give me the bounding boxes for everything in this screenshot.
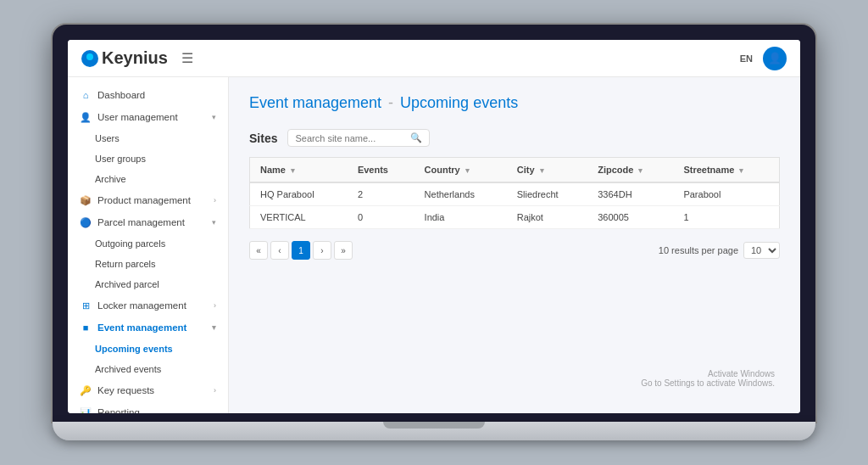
sidebar-item-label: Product management bbox=[97, 195, 191, 205]
key-icon: 🔑 bbox=[80, 384, 92, 396]
sort-arrow-country: ▾ bbox=[465, 166, 470, 175]
cell-zipcode: 3364DH bbox=[587, 182, 673, 206]
sidebar-item-label: User groups bbox=[95, 154, 146, 164]
col-country[interactable]: Country ▾ bbox=[415, 158, 507, 183]
table-body: HQ Parabool2NetherlandsSliedrecht3364DHP… bbox=[250, 182, 780, 229]
sidebar-item-archived-events[interactable]: Archived events bbox=[68, 359, 228, 379]
chevron-right-icon: › bbox=[214, 386, 216, 395]
col-zipcode[interactable]: Zipcode ▾ bbox=[587, 158, 673, 183]
sidebar-item-archive[interactable]: Archive bbox=[68, 169, 228, 189]
sidebar-item-label: Key requests bbox=[97, 385, 154, 395]
cell-name: VERTICAL bbox=[250, 206, 348, 229]
results-per-page-label: 10 results per page bbox=[659, 245, 738, 255]
activate-windows-watermark: Activate Windows Go to Settings to activ… bbox=[641, 369, 775, 388]
sites-header: Sites 🔍 bbox=[249, 129, 780, 147]
search-input[interactable] bbox=[295, 133, 405, 143]
sidebar-item-event-management[interactable]: ■ Event management ▾ bbox=[68, 317, 228, 339]
home-icon: ⌂ bbox=[80, 89, 92, 101]
sidebar-item-label: Outgoing parcels bbox=[95, 238, 165, 249]
pagination-first[interactable]: « bbox=[249, 241, 268, 260]
chevron-down-icon: ▾ bbox=[212, 113, 216, 121]
sidebar-item-upcoming-events[interactable]: Upcoming events bbox=[68, 339, 228, 359]
pagination-next[interactable]: › bbox=[313, 241, 331, 260]
sidebar-item-label: Archived parcel bbox=[95, 279, 159, 289]
col-events: Events bbox=[348, 158, 415, 183]
sidebar-item-parcel-management[interactable]: 🔵 Parcel management ▾ bbox=[68, 211, 228, 233]
table-header: Name ▾ Events Country ▾ City ▾ Zipcode ▾… bbox=[250, 158, 780, 183]
cell-city: Rajkot bbox=[507, 206, 588, 229]
hamburger-button[interactable]: ☰ bbox=[181, 50, 193, 66]
language-badge[interactable]: EN bbox=[740, 53, 753, 64]
cell-city: Sliedrecht bbox=[507, 182, 588, 206]
sort-arrow-streetname: ▾ bbox=[739, 166, 743, 175]
chevron-right-icon: › bbox=[214, 301, 216, 310]
sidebar-item-product-management[interactable]: 📦 Product management › bbox=[68, 189, 228, 211]
sidebar-item-label: Locker management bbox=[97, 300, 186, 311]
sidebar-item-key-requests[interactable]: 🔑 Key requests › bbox=[68, 379, 228, 401]
activate-windows-line1: Activate Windows bbox=[641, 369, 775, 378]
sites-table: Name ▾ Events Country ▾ City ▾ Zipcode ▾… bbox=[249, 157, 780, 229]
sidebar-item-label: Upcoming events bbox=[95, 344, 173, 354]
main-content: Event management - Upcoming events Sites… bbox=[229, 77, 800, 413]
sort-arrow-zipcode: ▾ bbox=[638, 166, 643, 175]
col-name[interactable]: Name ▾ bbox=[250, 158, 348, 183]
pagination-prev[interactable]: ‹ bbox=[270, 241, 289, 260]
col-city[interactable]: City ▾ bbox=[507, 158, 588, 183]
laptop-base bbox=[53, 422, 815, 440]
box-icon: 📦 bbox=[80, 194, 92, 206]
sort-arrow-city: ▾ bbox=[540, 166, 544, 175]
sidebar-item-label: Reporting bbox=[97, 407, 140, 413]
cell-country: Netherlands bbox=[415, 182, 507, 206]
chevron-down-icon: ▾ bbox=[212, 323, 216, 332]
topbar-left: Keynius ☰ bbox=[81, 48, 193, 68]
sidebar-item-return-parcels[interactable]: Return parcels bbox=[68, 254, 228, 274]
sidebar-item-users[interactable]: Users bbox=[68, 128, 228, 148]
page-title-upcoming-events: Upcoming events bbox=[400, 94, 518, 112]
pagination-current[interactable]: 1 bbox=[292, 241, 310, 260]
table-row: VERTICAL0IndiaRajkot3600051 bbox=[250, 206, 780, 229]
sidebar-item-user-management[interactable]: 👤 User management ▾ bbox=[68, 106, 228, 128]
avatar[interactable]: 👤 bbox=[763, 47, 787, 70]
sidebar-item-label: Users bbox=[95, 133, 120, 143]
app-body: ⌂ Dashboard 👤 User management ▾ Users Us… bbox=[68, 77, 800, 413]
sidebar-item-label: Return parcels bbox=[95, 259, 156, 269]
cell-name: HQ Parabool bbox=[250, 182, 348, 206]
cell-zipcode: 360005 bbox=[587, 206, 673, 229]
results-per-page-select[interactable]: 10 25 50 bbox=[743, 242, 780, 259]
event-icon: ■ bbox=[80, 322, 92, 333]
cell-events: 0 bbox=[348, 206, 415, 229]
parcel-icon: 🔵 bbox=[80, 216, 92, 228]
sidebar-item-dashboard[interactable]: ⌂ Dashboard bbox=[68, 84, 228, 106]
sidebar: ⌂ Dashboard 👤 User management ▾ Users Us… bbox=[68, 77, 229, 413]
sidebar-item-label: Archived events bbox=[95, 364, 161, 374]
sidebar-item-locker-management[interactable]: ⊞ Locker management › bbox=[68, 294, 228, 317]
sites-label: Sites bbox=[249, 132, 277, 145]
topbar: Keynius ☰ EN 👤 bbox=[68, 40, 800, 77]
sidebar-item-archived-parcel[interactable]: Archived parcel bbox=[68, 274, 228, 294]
report-icon: 📊 bbox=[80, 406, 92, 413]
cell-streetname: Parabool bbox=[673, 182, 779, 206]
sidebar-item-label: Dashboard bbox=[97, 90, 145, 100]
chevron-down-icon: ▾ bbox=[212, 218, 216, 227]
page-header: Event management - Upcoming events bbox=[249, 94, 780, 112]
sidebar-item-outgoing-parcels[interactable]: Outgoing parcels bbox=[68, 233, 228, 254]
pagination-last[interactable]: » bbox=[334, 241, 353, 260]
results-per-page: 10 results per page 10 25 50 bbox=[659, 242, 780, 259]
cell-streetname: 1 bbox=[673, 206, 779, 229]
sidebar-item-label: Archive bbox=[95, 174, 126, 184]
col-streetname[interactable]: Streetname ▾ bbox=[673, 158, 779, 183]
sidebar-item-label: User management bbox=[97, 112, 178, 122]
sidebar-item-label: Parcel management bbox=[97, 217, 185, 227]
sidebar-item-label: Event management bbox=[97, 322, 186, 333]
locker-icon: ⊞ bbox=[80, 300, 92, 311]
sidebar-item-user-groups[interactable]: User groups bbox=[68, 148, 228, 169]
logo: Keynius bbox=[81, 48, 168, 68]
sidebar-item-reporting[interactable]: 📊 Reporting bbox=[68, 401, 228, 413]
cell-country: India bbox=[415, 206, 507, 229]
logo-icon bbox=[81, 50, 98, 67]
topbar-right: EN 👤 bbox=[740, 47, 787, 70]
logo-text: Keynius bbox=[102, 48, 168, 68]
chevron-right-icon: › bbox=[214, 196, 216, 204]
page-title-event: Event management bbox=[249, 94, 381, 112]
search-box[interactable]: 🔍 bbox=[287, 129, 430, 147]
